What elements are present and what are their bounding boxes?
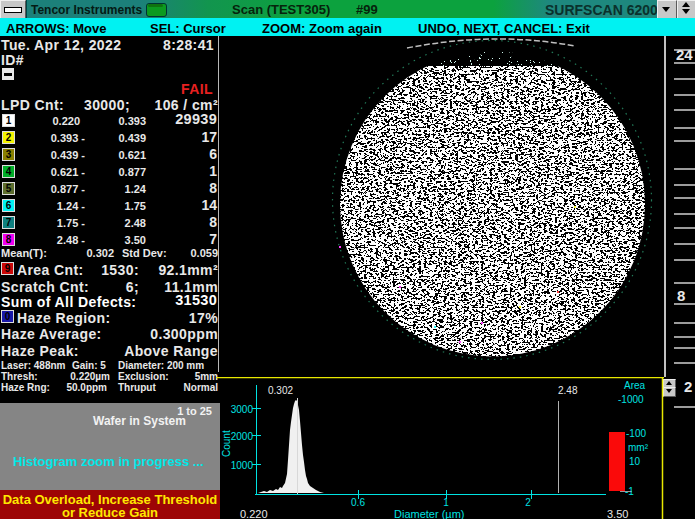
svg-text:10: 10 xyxy=(629,456,641,467)
svg-text:mm²: mm² xyxy=(628,442,649,453)
svg-text:0.6: 0.6 xyxy=(351,497,365,508)
svg-text:0.302: 0.302 xyxy=(268,385,293,396)
svg-text:3000: 3000 xyxy=(231,404,254,415)
svg-text:-1000: -1000 xyxy=(618,394,644,405)
svg-text:2000: 2000 xyxy=(231,431,254,442)
svg-text:Diameter (µm): Diameter (µm) xyxy=(394,508,465,519)
svg-text:Count: Count xyxy=(221,430,232,457)
svg-text:3.50: 3.50 xyxy=(607,508,628,519)
svg-text:1000: 1000 xyxy=(231,460,254,471)
svg-text:0.220: 0.220 xyxy=(240,508,268,519)
svg-text:2: 2 xyxy=(525,497,531,508)
svg-text:-1: -1 xyxy=(625,486,634,497)
svg-text:-100: -100 xyxy=(626,428,646,439)
svg-text:1: 1 xyxy=(443,497,449,508)
svg-text:Area: Area xyxy=(624,380,646,391)
svg-text:2.48: 2.48 xyxy=(558,385,578,396)
